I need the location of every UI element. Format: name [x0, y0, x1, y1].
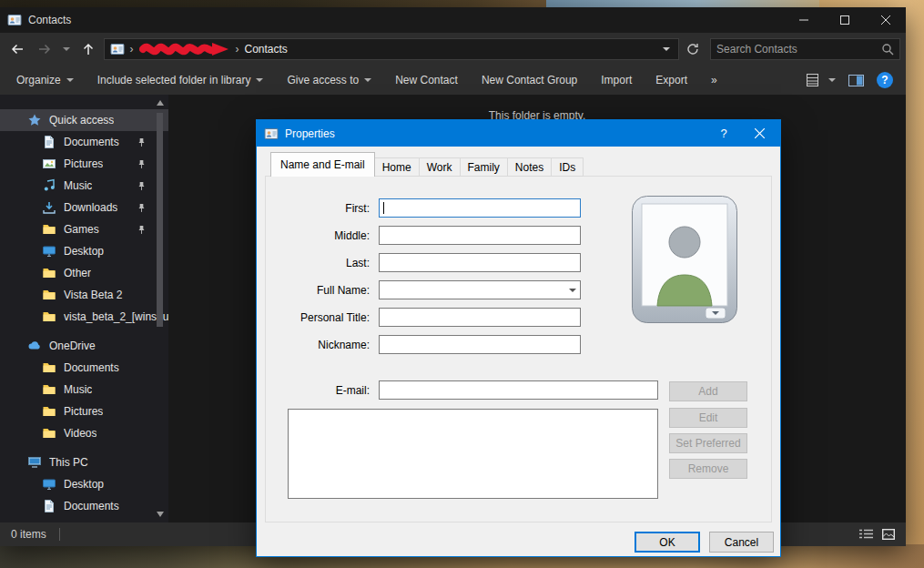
sidebar-item-pictures[interactable]: Pictures	[0, 153, 168, 175]
recent-locations-chevron-icon[interactable]	[60, 37, 73, 61]
sidebar-item-thispc-documents[interactable]: Documents	[0, 495, 168, 517]
refresh-icon[interactable]	[683, 38, 703, 60]
include-in-library-button[interactable]: Include selected folder in library	[97, 74, 264, 86]
dialog-close-button[interactable]	[739, 120, 780, 147]
pc-icon	[27, 455, 42, 470]
first-name-input[interactable]	[379, 198, 581, 218]
sidebar-section-this-pc[interactable]: This PC	[0, 451, 168, 473]
minimize-button[interactable]	[783, 7, 824, 33]
folder-icon	[42, 360, 56, 375]
full-name-combobox[interactable]	[379, 280, 581, 299]
sidebar-section-quick-access[interactable]: Quick access	[0, 109, 168, 131]
last-name-input[interactable]	[379, 253, 581, 272]
sidebar-section-onedrive[interactable]: OneDrive	[0, 335, 168, 357]
up-button[interactable]	[76, 37, 100, 61]
sidebar-item-music[interactable]: Music	[0, 175, 168, 197]
monitor-icon	[42, 244, 56, 259]
sidebar-item-games[interactable]: Games	[0, 218, 168, 240]
tab-name-and-email[interactable]: Name and E-mail	[270, 152, 375, 177]
cloud-icon	[27, 339, 42, 353]
contact-photo-placeholder[interactable]	[631, 195, 738, 328]
pin-icon	[137, 159, 147, 169]
breadcrumb-contacts[interactable]: Contacts	[245, 43, 288, 56]
scroll-up-icon[interactable]	[157, 100, 164, 106]
folder-icon	[42, 266, 56, 280]
cancel-button[interactable]: Cancel	[709, 532, 774, 553]
maximize-button[interactable]	[824, 7, 865, 33]
pin-icon	[137, 225, 147, 235]
document-icon	[42, 499, 56, 513]
edit-button[interactable]: Edit	[669, 408, 747, 428]
sidebar-item-vista-beta-2-winsou[interactable]: vista_beta_2_[winsou	[0, 306, 168, 328]
details-view-icon[interactable]	[859, 529, 873, 540]
email-list[interactable]	[288, 409, 658, 499]
item-count: 0 items	[11, 528, 46, 541]
command-bar: Organize Include selected folder in libr…	[0, 66, 906, 95]
dialog-help-button[interactable]: ?	[708, 120, 739, 147]
back-button[interactable]	[5, 37, 29, 61]
email-input[interactable]	[379, 380, 658, 400]
full-name-label: Full Name:	[269, 284, 370, 297]
organize-button[interactable]: Organize	[16, 74, 74, 86]
sidebar-scrollbar[interactable]	[156, 100, 164, 517]
sidebar-item-onedrive-music[interactable]: Music	[0, 379, 168, 401]
preview-pane-button[interactable]	[848, 75, 864, 86]
import-button[interactable]: Import	[601, 74, 632, 86]
status-divider	[59, 528, 60, 541]
export-button[interactable]: Export	[655, 74, 687, 86]
new-contact-group-button[interactable]: New Contact Group	[482, 74, 577, 86]
search-box[interactable]	[710, 38, 900, 60]
pictures-icon	[42, 157, 56, 171]
last-label: Last:	[269, 257, 370, 269]
address-dropdown-chevron-icon[interactable]	[660, 37, 673, 61]
folder-icon	[42, 309, 56, 324]
chevron-down-icon	[828, 78, 836, 82]
titlebar: Contacts	[0, 7, 906, 33]
contacts-app-icon	[7, 13, 22, 27]
sidebar-item-documents[interactable]: Documents	[0, 131, 168, 153]
sidebar-item-thispc-desktop[interactable]: Desktop	[0, 473, 168, 495]
close-button[interactable]	[865, 7, 906, 33]
navigation-pane: Quick access Documents Pictures Music Do…	[0, 95, 168, 522]
personal-title-input[interactable]	[379, 308, 581, 327]
combo-dropdown-icon[interactable]	[564, 281, 580, 299]
help-button[interactable]: ?	[877, 72, 893, 88]
address-bar[interactable]: › › Contacts	[104, 38, 680, 60]
middle-name-input[interactable]	[379, 226, 581, 245]
dialog-title: Properties	[285, 127, 335, 140]
properties-dialog: Properties ? Name and E-mail Home Work F…	[256, 119, 781, 557]
add-button[interactable]: Add	[669, 381, 747, 401]
give-access-to-button[interactable]: Give access to	[287, 74, 371, 86]
new-contact-button[interactable]: New Contact	[395, 74, 458, 86]
remove-button[interactable]: Remove	[669, 459, 747, 479]
tab-notes[interactable]: Notes	[508, 157, 552, 177]
breadcrumb-separator: ›	[130, 43, 134, 56]
change-view-button[interactable]	[807, 74, 836, 86]
scroll-down-icon[interactable]	[157, 512, 164, 517]
tab-work[interactable]: Work	[420, 157, 461, 177]
sidebar-item-onedrive-pictures[interactable]: Pictures	[0, 401, 168, 422]
pin-icon	[137, 203, 147, 213]
sidebar-item-onedrive-videos[interactable]: Videos	[0, 422, 168, 444]
forward-button[interactable]	[33, 37, 56, 61]
nickname-input[interactable]	[379, 335, 581, 354]
sidebar-item-onedrive-documents[interactable]: Documents	[0, 357, 168, 379]
search-input[interactable]	[716, 43, 881, 56]
tab-ids[interactable]: IDs	[552, 157, 584, 177]
tab-home[interactable]: Home	[375, 157, 420, 177]
sidebar-item-desktop[interactable]: Desktop	[0, 240, 168, 262]
music-icon	[42, 178, 56, 193]
sidebar-item-other[interactable]: Other	[0, 262, 168, 284]
sidebar-item-downloads[interactable]: Downloads	[0, 197, 168, 218]
dialog-titlebar: Properties ?	[257, 120, 780, 147]
contact-card-icon	[264, 127, 279, 141]
set-preferred-button[interactable]: Set Preferred	[669, 433, 747, 453]
ok-button[interactable]: OK	[635, 532, 700, 553]
sidebar-item-vista-beta-2[interactable]: Vista Beta 2	[0, 284, 168, 306]
tab-family[interactable]: Family	[461, 157, 508, 177]
scrollbar-thumb[interactable]	[157, 113, 163, 327]
more-commands-button[interactable]: »	[711, 74, 717, 86]
large-icons-view-icon[interactable]	[882, 529, 895, 540]
redaction-scribble	[139, 40, 230, 58]
search-icon[interactable]	[881, 43, 894, 56]
